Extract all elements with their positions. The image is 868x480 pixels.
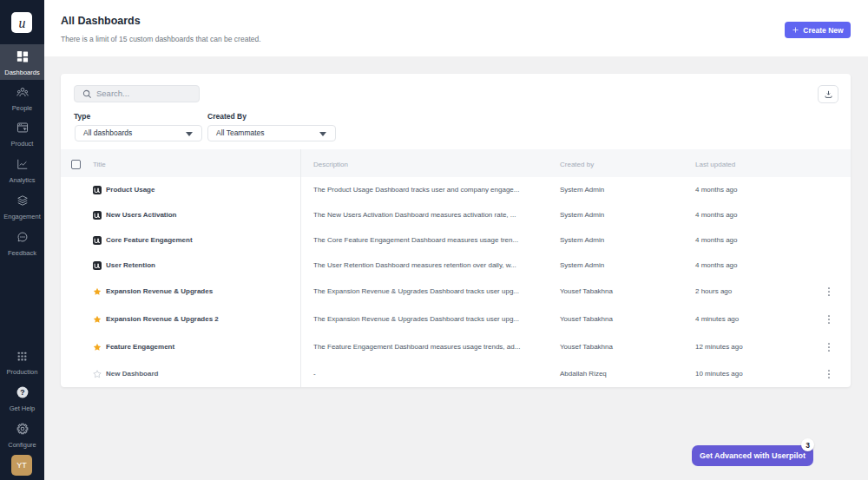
svg-text:?: ? <box>20 388 24 397</box>
svg-text:u: u <box>18 15 25 30</box>
